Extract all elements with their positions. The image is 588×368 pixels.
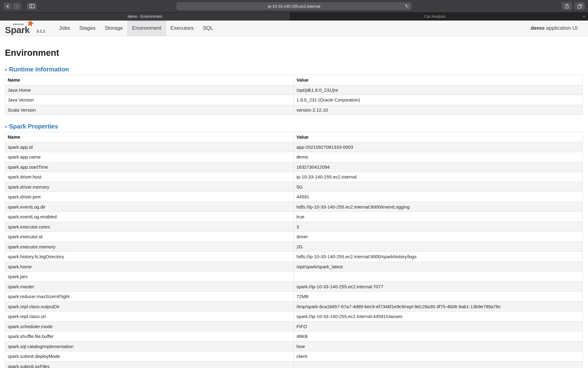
tab-title: Car Analysis: [424, 14, 445, 19]
browser-toolbar: ip-10-33-140-255.ec2.internal ↻: [0, 0, 588, 12]
table-row: spark.reducer.maxSizeInFlight72MB: [5, 292, 583, 302]
property-value-cell: [294, 361, 583, 368]
application-ui-label: demo application UI: [531, 21, 578, 36]
property-name-cell: spark.repl.class.uri: [5, 312, 294, 322]
property-name-cell: spark.eventLog.dir: [5, 202, 294, 212]
spark-logo[interactable]: APACHE Spark ★: [5, 21, 30, 36]
property-value-cell: ip-10-33-140-255.ec2.internal: [294, 172, 583, 182]
property-name-cell: spark.app.startTime: [5, 162, 294, 172]
sidebar-icon: [29, 4, 35, 8]
tab-title: demo - Environment: [128, 14, 162, 19]
table-row: Java Home/opt/jdk1.8.0_231/jre: [5, 85, 583, 95]
table-row: spark.submit.pyFiles: [5, 361, 583, 368]
property-name-cell: spark.executor.cores: [5, 222, 294, 232]
table-row: spark.executor.cores3: [5, 222, 583, 232]
back-chevron-icon: [6, 4, 9, 8]
forward-chevron-icon: [15, 4, 19, 8]
app-name: demo: [531, 25, 545, 31]
apache-label: APACHE: [13, 23, 24, 25]
table-row: spark.repl.class.outputDir/tmp/spark-6ca…: [5, 301, 583, 312]
table-header-row: Name Value: [5, 75, 583, 85]
property-name-cell: spark.app.name: [5, 152, 294, 162]
main-content: Environment ▾ Runtime Information Name V…: [0, 36, 588, 368]
table-header-row: Name Value: [5, 132, 583, 142]
property-value-cell: hive: [294, 341, 583, 351]
table-row: spark.home/opt/spark/spark_latest: [5, 262, 583, 272]
property-value-cell: 5G: [294, 182, 583, 192]
property-value-cell: 1632730412094: [294, 162, 583, 172]
spark-nav-item-executors[interactable]: Executors: [166, 21, 198, 36]
property-name-cell: spark.submit.pyFiles: [5, 361, 294, 368]
share-icon: [565, 4, 569, 9]
property-name-cell: spark.submit.deployMode: [5, 351, 294, 362]
property-name-cell: spark.app.id: [5, 142, 294, 152]
spark-nav-item-storage[interactable]: Storage: [100, 21, 128, 36]
property-value-cell: 48KB: [294, 332, 583, 342]
property-value-cell: driver: [294, 232, 583, 242]
property-value-cell: 3: [294, 222, 583, 232]
table-row: spark.eventLog.enabledtrue: [5, 212, 583, 222]
share-button[interactable]: [562, 2, 572, 10]
name-column-header: Name: [5, 132, 294, 142]
property-name-cell: spark.repl.class.outputDir: [5, 301, 294, 312]
tab-bar: demo - Environment Car Analysis +: [0, 12, 588, 21]
table-row: spark.repl.class.urispark://ip-10-33-140…: [5, 312, 583, 322]
property-value-cell: 1.8.0_231 (Oracle Corporation): [294, 95, 583, 105]
spark-star-icon: ★: [25, 18, 36, 29]
property-name-cell: spark.master: [5, 282, 294, 292]
property-name-cell: spark.scheduler.mode: [5, 321, 294, 332]
property-value-cell: hdfs://ip-10-33-140-255.ec2.internal:900…: [294, 202, 583, 212]
tab-car-analysis[interactable]: Car Analysis: [290, 13, 580, 21]
property-value-cell: 72MB: [294, 292, 583, 302]
tab-overview-button[interactable]: [575, 2, 585, 10]
property-value-cell: /opt/jdk1.8.0_231/jre: [294, 85, 583, 95]
value-column-header: Value: [294, 75, 583, 85]
forward-button[interactable]: [13, 3, 21, 10]
value-column-header: Value: [294, 132, 583, 142]
property-value-cell: app-20210927081333-0003: [294, 142, 583, 152]
table-row: spark.sql.catalogImplementationhive: [5, 341, 583, 351]
url-bar[interactable]: ip-10-33-140-255.ec2.internal ↻: [176, 2, 412, 10]
collapse-arrow-icon: ▾: [5, 124, 7, 129]
table-row: spark.executor.memory2G: [5, 242, 583, 252]
spark-properties-header[interactable]: ▾ Spark Properties: [5, 123, 583, 130]
property-name-cell: spark.driver.port: [5, 192, 294, 202]
spark-nav-item-stages[interactable]: Stages: [75, 21, 100, 36]
tab-demo-environment[interactable]: demo - Environment: [0, 13, 290, 21]
property-name-cell: spark.executor.memory: [5, 242, 294, 252]
spark-nav-item-sql[interactable]: SQL: [198, 21, 218, 36]
property-name-cell: Java Version: [5, 95, 294, 105]
spark-nav-item-jobs[interactable]: Jobs: [55, 21, 75, 36]
collapse-arrow-icon: ▾: [5, 67, 7, 72]
property-value-cell: [294, 272, 583, 282]
table-row: spark.eventLog.dirhdfs://ip-10-33-140-25…: [5, 202, 583, 212]
reload-icon[interactable]: ↻: [405, 3, 409, 9]
spark-navbar: APACHE Spark ★ 3.1.1 Jobs Stages Storage…: [0, 21, 588, 36]
table-row: spark.driver.memory5G: [5, 182, 583, 192]
property-value-cell: 2G: [294, 242, 583, 252]
runtime-information-table: Name Value Java Home/opt/jdk1.8.0_231/jr…: [5, 75, 583, 115]
table-row: spark.app.idapp-20210927081333-0003: [5, 142, 583, 152]
property-value-cell: true: [294, 212, 583, 222]
table-row: spark.history.fs.logDirectoryhdfs://ip-1…: [5, 252, 583, 262]
property-name-cell: spark.eventLog.enabled: [5, 212, 294, 222]
property-value-cell: spark://ip-10-33-140-255.ec2.internal:70…: [294, 282, 583, 292]
new-tab-button[interactable]: +: [580, 13, 588, 21]
property-name-cell: spark.executor.id: [5, 232, 294, 242]
property-name-cell: Java Home: [5, 85, 294, 95]
table-row: spark.driver.port44591: [5, 192, 583, 202]
property-name-cell: spark.driver.memory: [5, 182, 294, 192]
sidebar-toggle-button[interactable]: [27, 3, 37, 10]
property-name-cell: spark.reducer.maxSizeInFlight: [5, 292, 294, 302]
spark-nav-item-environment[interactable]: Environment: [127, 21, 166, 36]
table-row: spark.jars: [5, 272, 583, 282]
runtime-information-header[interactable]: ▾ Runtime Information: [5, 66, 583, 73]
property-name-cell: spark.driver.host: [5, 172, 294, 182]
property-value-cell: hdfs://ip-10-33-140-255.ec2.internal:900…: [294, 252, 583, 262]
property-name-cell: spark.sql.catalogImplementation: [5, 341, 294, 351]
app-suffix: application UI: [546, 25, 578, 31]
back-button[interactable]: [4, 3, 12, 10]
property-value-cell: /tmp/spark-6ca1b657-67a7-4d89-bec9-ef734…: [294, 301, 583, 312]
spark-properties-table: Name Value spark.app.idapp-2021092708133…: [5, 132, 583, 368]
property-name-cell: spark.jars: [5, 272, 294, 282]
